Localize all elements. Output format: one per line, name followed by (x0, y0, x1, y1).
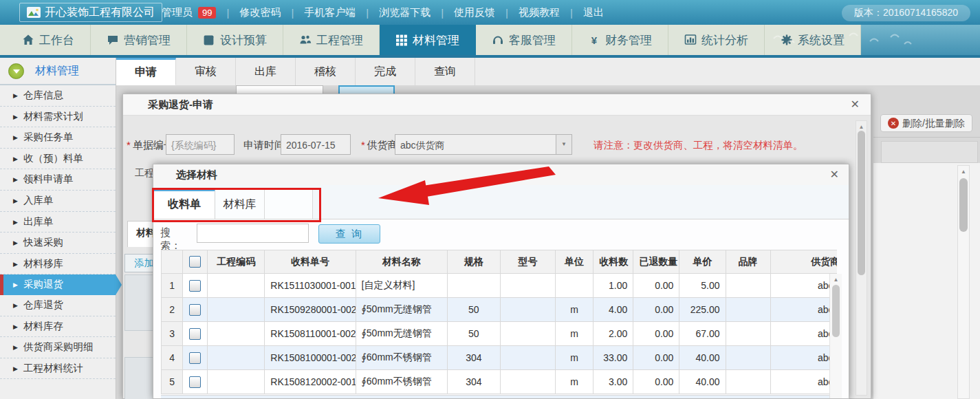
cell-spec: 50 (447, 298, 500, 322)
top-menu-item[interactable]: 使用反馈 (454, 6, 495, 19)
supplier-select[interactable]: abc供货商▼ (395, 134, 572, 155)
cell-qty: 4.00 (594, 298, 633, 322)
required-mark: * (127, 139, 131, 151)
sidebar-item[interactable]: ▶仓库退货 (0, 295, 116, 316)
scroll-up-icon[interactable]: ▲ (830, 274, 842, 283)
sidebar-item[interactable]: ▶仓库信息 (0, 85, 116, 107)
nav-item-7[interactable]: 统计分析 (668, 25, 765, 55)
sidebar-item[interactable]: ▶领料申请单 (0, 169, 116, 191)
triangle-right-icon: ▶ (13, 197, 18, 204)
user-label[interactable]: 管理员 (162, 6, 193, 19)
sidebar-item[interactable]: ▶采购任务单 (0, 127, 116, 149)
select-all-checkbox[interactable] (189, 256, 201, 268)
nav-item-label: 工程管理 (316, 32, 363, 48)
scrollbar-thumb[interactable] (832, 285, 840, 337)
row-checkbox[interactable] (189, 352, 201, 364)
sidebar-item[interactable]: ▶采购退货 (0, 274, 116, 295)
checkbox-cell (183, 370, 208, 394)
table-row: 4RK1508100001-002∮60mm不锈钢管304m33.000.004… (162, 346, 838, 370)
row-checkbox[interactable] (189, 304, 201, 316)
row-checkbox[interactable] (189, 376, 201, 388)
cell-returned: 0.00 (633, 370, 679, 394)
cell-no: 3 (162, 322, 183, 346)
table-row: 5RK1508120002-001∮60mm不锈钢管304m3.000.0040… (162, 370, 838, 394)
material-list-tab[interactable]: 材料 (127, 221, 153, 247)
top-bar: 开心装饰工程有限公司 管理员99|修改密码|手机客户端|浏览器下载|使用反馈|视… (0, 0, 980, 25)
tab-3[interactable]: 稽核 (296, 58, 356, 85)
birds-decoration-icon (767, 30, 918, 52)
cell-material: ∮50mm无缝钢管 (356, 298, 447, 322)
sidebar-item[interactable]: ▶出库单 (0, 212, 116, 233)
table-row: 3RK1508110001-002∮50mm无缝钢管50m2.000.0067.… (162, 322, 838, 346)
nav-item-2[interactable]: 设计预算 (187, 25, 283, 55)
triangle-right-icon: ▶ (13, 176, 18, 183)
tab-0[interactable]: 申请 (116, 58, 176, 85)
delete-batch-button[interactable]: ✕ 删除/批量删除 (880, 114, 972, 132)
column-header: 材料名称 (356, 250, 447, 274)
sidebar-item[interactable]: ▶材料移库 (0, 254, 116, 275)
nav-item-3[interactable]: 工程管理 (283, 25, 380, 55)
row-checkbox[interactable] (189, 280, 201, 292)
query-button[interactable]: 查 询 (318, 224, 380, 244)
nav-item-0[interactable]: 工作台 (0, 25, 91, 55)
close-icon[interactable]: ✕ (830, 168, 839, 181)
column-header: 品牌 (726, 250, 770, 274)
cell-project_code (208, 346, 265, 370)
nav-item-label: 财务管理 (605, 32, 652, 48)
scroll-up-icon[interactable]: ▲ (856, 121, 867, 130)
cell-unit: m (556, 370, 594, 394)
search-input[interactable] (197, 224, 309, 243)
tab-1[interactable]: 审核 (176, 58, 236, 85)
tab-5[interactable]: 查询 (415, 58, 475, 85)
cell-brand (726, 274, 770, 298)
logo-image-icon (27, 7, 41, 18)
cell-receipt_no: RK1508100001-002 (265, 346, 356, 370)
top-menu-item[interactable]: 手机客户端 (304, 6, 356, 19)
row-checkbox[interactable] (189, 328, 201, 340)
checkbox-cell (183, 346, 208, 370)
checkbox-cell (183, 274, 208, 298)
close-icon[interactable]: ✕ (851, 98, 860, 111)
nav-item-label: 工作台 (39, 32, 74, 48)
page-scrollbar[interactable]: ▲ (957, 165, 970, 399)
chevron-down-icon[interactable]: ▼ (556, 135, 571, 154)
collapse-circle-icon[interactable] (8, 63, 24, 79)
tab-4[interactable]: 完成 (356, 58, 415, 85)
apply-date-input[interactable]: 2016-07-15 (281, 134, 351, 155)
cell-project_code (208, 322, 265, 346)
sidebar-item[interactable]: ▶收（预）料单 (0, 149, 116, 170)
cell-qty: 3.00 (594, 370, 633, 394)
top-menu-item[interactable]: 修改密码 (239, 6, 281, 19)
sidebar-item[interactable]: ▶入库单 (0, 191, 116, 212)
cell-project_code (208, 298, 265, 322)
sidebar-item-label: 工程材料统计 (23, 363, 83, 374)
nav-item-1[interactable]: 营销管理 (91, 25, 187, 55)
select-all-cell (183, 250, 208, 274)
table-scrollbar[interactable]: ▲ (829, 274, 842, 398)
scrollbar-thumb[interactable] (959, 178, 968, 232)
sidebar-item[interactable]: ▶材料库存 (0, 316, 116, 338)
column-header: 规格 (447, 250, 500, 274)
top-menu-item[interactable]: 浏览器下载 (379, 6, 431, 19)
scrollbar-thumb[interactable] (858, 131, 865, 275)
sidebar-item[interactable]: ▶工程材料统计 (0, 358, 116, 380)
nav-item-6[interactable]: ¥财务管理 (572, 25, 668, 55)
cell-supplier: abc (770, 274, 837, 298)
tab-2[interactable]: 出库 (236, 58, 296, 85)
cell-project_code (208, 370, 265, 394)
notification-badge[interactable]: 99 (198, 7, 216, 19)
column-header: 收料数 (594, 250, 633, 274)
sidebar-item[interactable]: ▶材料需求计划 (0, 107, 116, 128)
sidebar-item[interactable]: ▶供货商采购明细 (0, 337, 116, 358)
top-menu-item[interactable]: 视频教程 (519, 6, 560, 19)
sidebar-item[interactable]: ▶快速采购 (0, 233, 116, 254)
top-menu-item[interactable]: 退出 (583, 6, 604, 19)
triangle-right-icon: ▶ (13, 134, 18, 141)
nav-item-5[interactable]: 客服管理 (476, 25, 572, 55)
bill-no-input[interactable]: {系统编码} (166, 134, 235, 155)
modal-scrollbar[interactable]: ▲ (856, 120, 867, 396)
nav-item-4[interactable]: 材料管理 (380, 25, 476, 55)
scroll-up-icon[interactable]: ▲ (958, 166, 969, 175)
column-header: 单位 (556, 250, 594, 274)
module-tab-bar: 申请审核出库稽核完成查询 (116, 58, 980, 86)
